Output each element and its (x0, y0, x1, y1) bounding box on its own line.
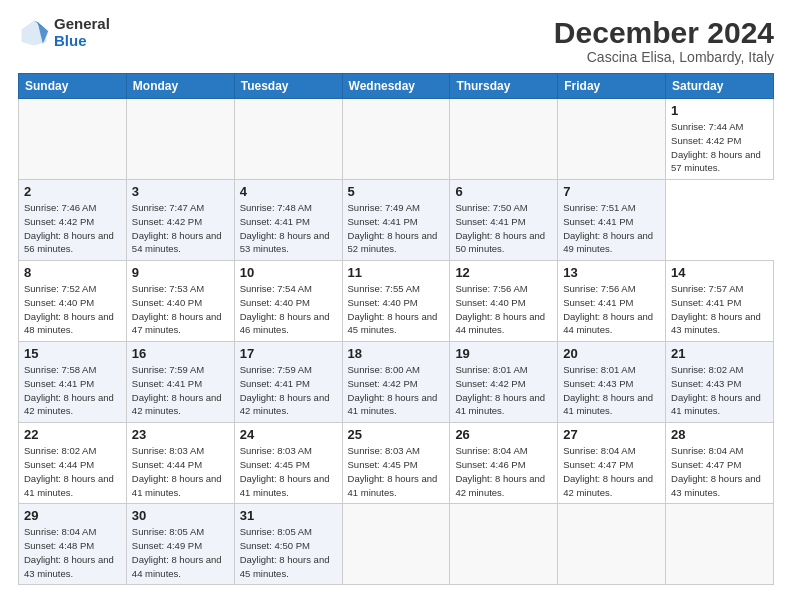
cell-text: Sunrise: 7:47 AMSunset: 4:42 PMDaylight:… (132, 201, 229, 256)
cell-text: Sunrise: 7:49 AMSunset: 4:41 PMDaylight:… (348, 201, 445, 256)
calendar-cell-4: 4Sunrise: 7:48 AMSunset: 4:41 PMDaylight… (234, 180, 342, 261)
cell-text: Sunrise: 8:05 AMSunset: 4:49 PMDaylight:… (132, 525, 229, 580)
calendar-cell-11: 11Sunrise: 7:55 AMSunset: 4:40 PMDayligh… (342, 261, 450, 342)
calendar-cell-25: 25Sunrise: 8:03 AMSunset: 4:45 PMDayligh… (342, 423, 450, 504)
calendar-cell-29: 29Sunrise: 8:04 AMSunset: 4:48 PMDayligh… (19, 504, 127, 585)
empty-cell (126, 99, 234, 180)
cell-text: Sunrise: 8:04 AMSunset: 4:46 PMDaylight:… (455, 444, 552, 499)
cell-text: Sunrise: 8:04 AMSunset: 4:48 PMDaylight:… (24, 525, 121, 580)
title-block: December 2024 Cascina Elisa, Lombardy, I… (554, 16, 774, 65)
logo: General Blue (18, 16, 110, 49)
calendar-cell-23: 23Sunrise: 8:03 AMSunset: 4:44 PMDayligh… (126, 423, 234, 504)
calendar-cell-3: 3Sunrise: 7:47 AMSunset: 4:42 PMDaylight… (126, 180, 234, 261)
calendar-cell-28: 28Sunrise: 8:04 AMSunset: 4:47 PMDayligh… (666, 423, 774, 504)
cell-text: Sunrise: 8:01 AMSunset: 4:43 PMDaylight:… (563, 363, 660, 418)
calendar-cell-27: 27Sunrise: 8:04 AMSunset: 4:47 PMDayligh… (558, 423, 666, 504)
cell-text: Sunrise: 8:04 AMSunset: 4:47 PMDaylight:… (563, 444, 660, 499)
calendar-cell-31: 31Sunrise: 8:05 AMSunset: 4:50 PMDayligh… (234, 504, 342, 585)
calendar-week-3: 8Sunrise: 7:52 AMSunset: 4:40 PMDaylight… (19, 261, 774, 342)
calendar-cell-26: 26Sunrise: 8:04 AMSunset: 4:46 PMDayligh… (450, 423, 558, 504)
calendar-header-saturday: Saturday (666, 74, 774, 99)
cell-text: Sunrise: 7:48 AMSunset: 4:41 PMDaylight:… (240, 201, 337, 256)
cell-text: Sunrise: 7:55 AMSunset: 4:40 PMDaylight:… (348, 282, 445, 337)
cell-text: Sunrise: 7:56 AMSunset: 4:41 PMDaylight:… (563, 282, 660, 337)
logo-icon (18, 17, 50, 49)
calendar-cell-17: 17Sunrise: 7:59 AMSunset: 4:41 PMDayligh… (234, 342, 342, 423)
calendar-table: SundayMondayTuesdayWednesdayThursdayFrid… (18, 73, 774, 585)
calendar-cell-15: 15Sunrise: 7:58 AMSunset: 4:41 PMDayligh… (19, 342, 127, 423)
calendar-cell-13: 13Sunrise: 7:56 AMSunset: 4:41 PMDayligh… (558, 261, 666, 342)
cell-text: Sunrise: 7:44 AMSunset: 4:42 PMDaylight:… (671, 120, 768, 175)
calendar-week-5: 22Sunrise: 8:02 AMSunset: 4:44 PMDayligh… (19, 423, 774, 504)
calendar-header-friday: Friday (558, 74, 666, 99)
page: General Blue December 2024 Cascina Elisa… (0, 0, 792, 612)
calendar-cell-18: 18Sunrise: 8:00 AMSunset: 4:42 PMDayligh… (342, 342, 450, 423)
calendar-week-2: 2Sunrise: 7:46 AMSunset: 4:42 PMDaylight… (19, 180, 774, 261)
calendar-cell-1: 1Sunrise: 7:44 AMSunset: 4:42 PMDaylight… (666, 99, 774, 180)
calendar-cell-20: 20Sunrise: 8:01 AMSunset: 4:43 PMDayligh… (558, 342, 666, 423)
empty-cell (342, 99, 450, 180)
calendar-cell-6: 6Sunrise: 7:50 AMSunset: 4:41 PMDaylight… (450, 180, 558, 261)
empty-cell (558, 504, 666, 585)
calendar-header-wednesday: Wednesday (342, 74, 450, 99)
calendar-cell-19: 19Sunrise: 8:01 AMSunset: 4:42 PMDayligh… (450, 342, 558, 423)
cell-text: Sunrise: 7:59 AMSunset: 4:41 PMDaylight:… (132, 363, 229, 418)
cell-text: Sunrise: 7:51 AMSunset: 4:41 PMDaylight:… (563, 201, 660, 256)
cell-text: Sunrise: 7:57 AMSunset: 4:41 PMDaylight:… (671, 282, 768, 337)
cell-text: Sunrise: 7:59 AMSunset: 4:41 PMDaylight:… (240, 363, 337, 418)
calendar-cell-22: 22Sunrise: 8:02 AMSunset: 4:44 PMDayligh… (19, 423, 127, 504)
logo-blue: Blue (54, 33, 110, 50)
calendar-cell-12: 12Sunrise: 7:56 AMSunset: 4:40 PMDayligh… (450, 261, 558, 342)
cell-text: Sunrise: 8:03 AMSunset: 4:45 PMDaylight:… (240, 444, 337, 499)
calendar-header-tuesday: Tuesday (234, 74, 342, 99)
empty-cell (558, 99, 666, 180)
empty-cell (450, 99, 558, 180)
cell-text: Sunrise: 8:02 AMSunset: 4:43 PMDaylight:… (671, 363, 768, 418)
empty-cell (666, 504, 774, 585)
cell-text: Sunrise: 7:53 AMSunset: 4:40 PMDaylight:… (132, 282, 229, 337)
cell-text: Sunrise: 8:00 AMSunset: 4:42 PMDaylight:… (348, 363, 445, 418)
month-title: December 2024 (554, 16, 774, 49)
calendar-cell-10: 10Sunrise: 7:54 AMSunset: 4:40 PMDayligh… (234, 261, 342, 342)
logo-text: General Blue (54, 16, 110, 49)
calendar-header-monday: Monday (126, 74, 234, 99)
cell-text: Sunrise: 7:54 AMSunset: 4:40 PMDaylight:… (240, 282, 337, 337)
logo-general: General (54, 16, 110, 33)
cell-text: Sunrise: 8:03 AMSunset: 4:45 PMDaylight:… (348, 444, 445, 499)
calendar-cell-7: 7Sunrise: 7:51 AMSunset: 4:41 PMDaylight… (558, 180, 666, 261)
calendar-cell-16: 16Sunrise: 7:59 AMSunset: 4:41 PMDayligh… (126, 342, 234, 423)
calendar-cell-30: 30Sunrise: 8:05 AMSunset: 4:49 PMDayligh… (126, 504, 234, 585)
calendar-cell-2: 2Sunrise: 7:46 AMSunset: 4:42 PMDaylight… (19, 180, 127, 261)
calendar-cell-14: 14Sunrise: 7:57 AMSunset: 4:41 PMDayligh… (666, 261, 774, 342)
location-title: Cascina Elisa, Lombardy, Italy (554, 49, 774, 65)
cell-text: Sunrise: 8:04 AMSunset: 4:47 PMDaylight:… (671, 444, 768, 499)
cell-text: Sunrise: 8:05 AMSunset: 4:50 PMDaylight:… (240, 525, 337, 580)
cell-text: Sunrise: 7:46 AMSunset: 4:42 PMDaylight:… (24, 201, 121, 256)
calendar-cell-5: 5Sunrise: 7:49 AMSunset: 4:41 PMDaylight… (342, 180, 450, 261)
calendar-cell-21: 21Sunrise: 8:02 AMSunset: 4:43 PMDayligh… (666, 342, 774, 423)
cell-text: Sunrise: 8:03 AMSunset: 4:44 PMDaylight:… (132, 444, 229, 499)
empty-cell (342, 504, 450, 585)
empty-cell (19, 99, 127, 180)
calendar-cell-24: 24Sunrise: 8:03 AMSunset: 4:45 PMDayligh… (234, 423, 342, 504)
cell-text: Sunrise: 7:58 AMSunset: 4:41 PMDaylight:… (24, 363, 121, 418)
empty-cell (450, 504, 558, 585)
cell-text: Sunrise: 8:01 AMSunset: 4:42 PMDaylight:… (455, 363, 552, 418)
calendar-week-6: 29Sunrise: 8:04 AMSunset: 4:48 PMDayligh… (19, 504, 774, 585)
cell-text: Sunrise: 7:52 AMSunset: 4:40 PMDaylight:… (24, 282, 121, 337)
calendar-week-1: 1Sunrise: 7:44 AMSunset: 4:42 PMDaylight… (19, 99, 774, 180)
calendar-header-thursday: Thursday (450, 74, 558, 99)
empty-cell (234, 99, 342, 180)
cell-text: Sunrise: 8:02 AMSunset: 4:44 PMDaylight:… (24, 444, 121, 499)
header: General Blue December 2024 Cascina Elisa… (18, 16, 774, 65)
calendar-header-row: SundayMondayTuesdayWednesdayThursdayFrid… (19, 74, 774, 99)
calendar-cell-9: 9Sunrise: 7:53 AMSunset: 4:40 PMDaylight… (126, 261, 234, 342)
calendar-week-4: 15Sunrise: 7:58 AMSunset: 4:41 PMDayligh… (19, 342, 774, 423)
calendar-cell-8: 8Sunrise: 7:52 AMSunset: 4:40 PMDaylight… (19, 261, 127, 342)
calendar-header-sunday: Sunday (19, 74, 127, 99)
cell-text: Sunrise: 7:50 AMSunset: 4:41 PMDaylight:… (455, 201, 552, 256)
cell-text: Sunrise: 7:56 AMSunset: 4:40 PMDaylight:… (455, 282, 552, 337)
